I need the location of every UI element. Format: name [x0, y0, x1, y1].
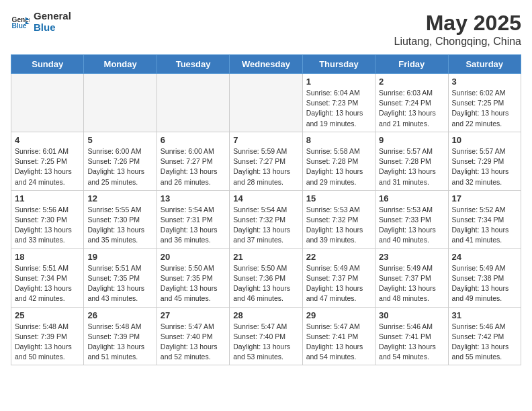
day-cell: 6Sunrise: 6:00 AM Sunset: 7:27 PM Daylig… [157, 132, 229, 190]
day-number: 4 [15, 135, 80, 145]
day-info: Sunrise: 5:57 AM Sunset: 7:29 PM Dayligh… [452, 146, 517, 187]
title-block: May 2025 Liutang, Chongqing, China [394, 11, 521, 48]
day-cell: 1Sunrise: 6:04 AM Sunset: 7:23 PM Daylig… [302, 74, 375, 132]
day-cell: 2Sunrise: 6:03 AM Sunset: 7:24 PM Daylig… [375, 74, 448, 132]
day-info: Sunrise: 5:59 AM Sunset: 7:27 PM Dayligh… [233, 146, 298, 187]
day-info: Sunrise: 5:49 AM Sunset: 7:37 PM Dayligh… [306, 263, 371, 304]
day-number: 15 [306, 193, 371, 203]
day-info: Sunrise: 5:50 AM Sunset: 7:36 PM Dayligh… [233, 263, 298, 304]
day-cell: 8Sunrise: 5:58 AM Sunset: 7:28 PM Daylig… [302, 132, 375, 190]
day-cell: 5Sunrise: 6:00 AM Sunset: 7:26 PM Daylig… [84, 132, 157, 190]
weekday-header-sunday: Sunday [11, 55, 84, 74]
weekday-header-saturday: Saturday [448, 55, 521, 74]
day-number: 12 [87, 193, 152, 203]
day-cell: 11Sunrise: 5:56 AM Sunset: 7:30 PM Dayli… [11, 190, 84, 248]
calendar-table: SundayMondayTuesdayWednesdayThursdayFrid… [11, 54, 521, 365]
day-info: Sunrise: 5:46 AM Sunset: 7:42 PM Dayligh… [452, 322, 517, 363]
day-number: 29 [306, 310, 371, 320]
day-info: Sunrise: 5:52 AM Sunset: 7:34 PM Dayligh… [452, 205, 517, 246]
day-number: 2 [379, 77, 444, 87]
day-info: Sunrise: 5:49 AM Sunset: 7:37 PM Dayligh… [379, 263, 444, 304]
page-header: General Blue General Blue May 2025 Liuta… [11, 11, 521, 48]
day-number: 26 [87, 310, 152, 320]
day-info: Sunrise: 6:01 AM Sunset: 7:25 PM Dayligh… [15, 146, 80, 187]
day-cell: 10Sunrise: 5:57 AM Sunset: 7:29 PM Dayli… [448, 132, 521, 190]
day-number: 3 [452, 77, 517, 87]
day-cell [230, 74, 302, 132]
day-cell: 12Sunrise: 5:55 AM Sunset: 7:30 PM Dayli… [84, 190, 157, 248]
week-row-4: 18Sunrise: 5:51 AM Sunset: 7:34 PM Dayli… [11, 248, 521, 307]
day-cell [157, 74, 229, 132]
day-cell: 20Sunrise: 5:50 AM Sunset: 7:35 PM Dayli… [157, 248, 229, 307]
day-info: Sunrise: 5:58 AM Sunset: 7:28 PM Dayligh… [306, 146, 371, 187]
day-info: Sunrise: 5:47 AM Sunset: 7:40 PM Dayligh… [233, 322, 298, 363]
day-info: Sunrise: 6:02 AM Sunset: 7:25 PM Dayligh… [452, 88, 517, 129]
day-number: 13 [161, 193, 226, 203]
week-row-3: 11Sunrise: 5:56 AM Sunset: 7:30 PM Dayli… [11, 190, 521, 248]
day-number: 28 [233, 310, 298, 320]
day-cell: 25Sunrise: 5:48 AM Sunset: 7:39 PM Dayli… [11, 307, 84, 365]
weekday-header-wednesday: Wednesday [230, 55, 302, 74]
logo-general: General [34, 11, 71, 22]
day-number: 22 [306, 252, 371, 262]
day-info: Sunrise: 5:57 AM Sunset: 7:28 PM Dayligh… [379, 146, 444, 187]
day-number: 21 [233, 252, 298, 262]
weekday-header-friday: Friday [375, 55, 448, 74]
day-cell: 24Sunrise: 5:49 AM Sunset: 7:38 PM Dayli… [448, 248, 521, 307]
day-number: 17 [452, 193, 517, 203]
day-info: Sunrise: 5:51 AM Sunset: 7:34 PM Dayligh… [15, 263, 80, 304]
month-title: May 2025 [394, 11, 521, 36]
day-cell: 26Sunrise: 5:48 AM Sunset: 7:39 PM Dayli… [84, 307, 157, 365]
day-cell: 23Sunrise: 5:49 AM Sunset: 7:37 PM Dayli… [375, 248, 448, 307]
day-number: 18 [15, 252, 80, 262]
week-row-2: 4Sunrise: 6:01 AM Sunset: 7:25 PM Daylig… [11, 132, 521, 190]
week-row-5: 25Sunrise: 5:48 AM Sunset: 7:39 PM Dayli… [11, 307, 521, 365]
day-number: 9 [379, 135, 444, 145]
day-info: Sunrise: 5:46 AM Sunset: 7:41 PM Dayligh… [379, 322, 444, 363]
day-number: 27 [161, 310, 226, 320]
day-number: 31 [452, 310, 517, 320]
day-number: 24 [452, 252, 517, 262]
day-info: Sunrise: 5:54 AM Sunset: 7:32 PM Dayligh… [233, 205, 298, 246]
weekday-header-row: SundayMondayTuesdayWednesdayThursdayFrid… [11, 55, 521, 74]
day-info: Sunrise: 5:55 AM Sunset: 7:30 PM Dayligh… [87, 205, 152, 246]
weekday-header-thursday: Thursday [302, 55, 375, 74]
day-number: 6 [161, 135, 226, 145]
day-info: Sunrise: 5:48 AM Sunset: 7:39 PM Dayligh… [87, 322, 152, 363]
day-info: Sunrise: 5:47 AM Sunset: 7:41 PM Dayligh… [306, 322, 371, 363]
day-number: 7 [233, 135, 298, 145]
logo-blue: Blue [34, 22, 71, 34]
day-info: Sunrise: 5:54 AM Sunset: 7:31 PM Dayligh… [161, 205, 226, 246]
day-cell: 18Sunrise: 5:51 AM Sunset: 7:34 PM Dayli… [11, 248, 84, 307]
day-info: Sunrise: 6:04 AM Sunset: 7:23 PM Dayligh… [306, 88, 371, 129]
day-info: Sunrise: 6:00 AM Sunset: 7:26 PM Dayligh… [87, 146, 152, 187]
day-info: Sunrise: 5:51 AM Sunset: 7:35 PM Dayligh… [87, 263, 152, 304]
day-cell: 7Sunrise: 5:59 AM Sunset: 7:27 PM Daylig… [230, 132, 302, 190]
day-number: 5 [87, 135, 152, 145]
weekday-header-monday: Monday [84, 55, 157, 74]
logo: General Blue General Blue [11, 11, 71, 33]
day-info: Sunrise: 5:53 AM Sunset: 7:33 PM Dayligh… [379, 205, 444, 246]
weekday-header-tuesday: Tuesday [157, 55, 229, 74]
day-cell: 4Sunrise: 6:01 AM Sunset: 7:25 PM Daylig… [11, 132, 84, 190]
day-number: 10 [452, 135, 517, 145]
logo-icon: General Blue [11, 13, 30, 32]
day-cell: 21Sunrise: 5:50 AM Sunset: 7:36 PM Dayli… [230, 248, 302, 307]
location-title: Liutang, Chongqing, China [394, 36, 521, 48]
day-cell: 17Sunrise: 5:52 AM Sunset: 7:34 PM Dayli… [448, 190, 521, 248]
day-cell: 16Sunrise: 5:53 AM Sunset: 7:33 PM Dayli… [375, 190, 448, 248]
day-cell: 30Sunrise: 5:46 AM Sunset: 7:41 PM Dayli… [375, 307, 448, 365]
day-number: 23 [379, 252, 444, 262]
day-info: Sunrise: 5:50 AM Sunset: 7:35 PM Dayligh… [161, 263, 226, 304]
day-number: 11 [15, 193, 80, 203]
day-number: 1 [306, 77, 371, 87]
day-cell: 19Sunrise: 5:51 AM Sunset: 7:35 PM Dayli… [84, 248, 157, 307]
day-cell: 3Sunrise: 6:02 AM Sunset: 7:25 PM Daylig… [448, 74, 521, 132]
day-cell: 31Sunrise: 5:46 AM Sunset: 7:42 PM Dayli… [448, 307, 521, 365]
day-number: 30 [379, 310, 444, 320]
svg-text:Blue: Blue [12, 22, 27, 30]
day-cell [11, 74, 84, 132]
day-number: 8 [306, 135, 371, 145]
day-info: Sunrise: 5:56 AM Sunset: 7:30 PM Dayligh… [15, 205, 80, 246]
day-info: Sunrise: 5:53 AM Sunset: 7:32 PM Dayligh… [306, 205, 371, 246]
